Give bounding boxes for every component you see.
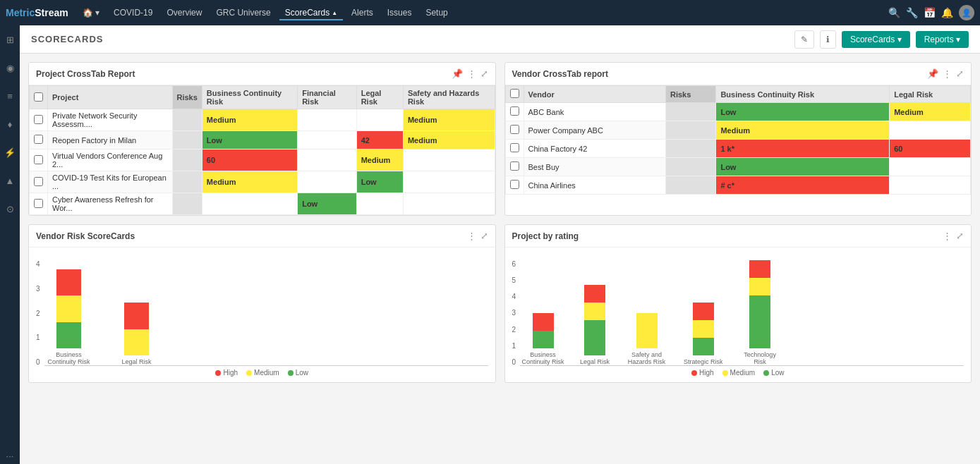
vendor-name: Best Buy: [524, 158, 665, 176]
bar-segment-pr: [693, 303, 714, 320]
bar-segment-pr: [749, 260, 770, 278]
project-crosstab-card: Project CrossTab Report 📌 ⋮ ⤢ Project: [28, 62, 496, 216]
bar-group-pr: Legal Risk: [580, 285, 610, 365]
sidebar: ⊞ ◉ ≡ ♦ ⚡ ▲ ⊙ ···: [0, 25, 20, 464]
legend-medium-dot: [246, 370, 252, 376]
bar-segment-pr: [584, 285, 605, 303]
bar-stack-pr: [749, 260, 770, 348]
nav-scorecards[interactable]: ScoreCards ▲: [279, 5, 343, 20]
fr-cell: Low: [298, 193, 357, 215]
bar-segment-pr: [693, 338, 714, 355]
pin-icon-v[interactable]: 📌: [927, 68, 938, 79]
vendor-crosstab-card: Vendor CrossTab report 📌 ⋮ ⤢ Vendor: [504, 62, 972, 216]
vcol-lr: Legal Risk: [890, 86, 971, 103]
sidebar-icon-7[interactable]: ⊙: [1, 200, 18, 217]
bar-stack-pr: [533, 313, 554, 348]
search-icon[interactable]: 🔍: [888, 7, 900, 18]
scorecards-button[interactable]: ScoreCards ▾: [842, 31, 910, 48]
vendor-name: China Airlines: [524, 176, 665, 195]
nav-grc[interactable]: GRC Universe: [210, 5, 276, 20]
bar-label: Legal Risk: [122, 358, 152, 365]
settings-icon[interactable]: 🔧: [906, 7, 918, 18]
fr-cell: [298, 131, 357, 149]
vendor-crosstab-title: Vendor CrossTab report: [512, 69, 928, 79]
expand-icon[interactable]: ⤢: [480, 68, 488, 79]
notifications-icon[interactable]: 🔔: [941, 7, 953, 18]
nav-overview[interactable]: Overview: [161, 5, 207, 20]
sidebar-icon-4[interactable]: ♦: [1, 116, 18, 133]
nav-issues[interactable]: Issues: [382, 5, 418, 20]
calendar-icon[interactable]: 📅: [924, 7, 936, 18]
bcr-cell: Medium: [202, 109, 297, 131]
bar-segment: [124, 303, 149, 329]
sidebar-icon-5[interactable]: ⚡: [1, 144, 18, 161]
risks-bar: [172, 109, 202, 131]
vendor-risk-header: Vendor Risk ScoreCards ⋮ ⤢: [29, 225, 495, 248]
legend-high-pr: High: [691, 369, 714, 377]
bcr-cell: Low: [202, 131, 297, 149]
row-check: [30, 131, 48, 149]
more-icon-pr[interactable]: ⋮: [943, 231, 952, 241]
lr-cell-v: [890, 158, 971, 176]
info-button[interactable]: ℹ: [820, 30, 836, 49]
main-content: SCORECARDS ✎ ℹ ScoreCards ▾ Reports ▾ Pr…: [20, 25, 980, 464]
bar-label-pr: Safety and Hazards Risk: [624, 351, 670, 365]
expand-icon-pr[interactable]: ⤢: [956, 231, 964, 241]
expand-icon-v[interactable]: ⤢: [956, 68, 964, 79]
col-project: Project: [48, 86, 173, 109]
expand-icon-vr[interactable]: ⤢: [480, 231, 488, 241]
nav-covid[interactable]: COVID-19: [108, 5, 158, 20]
chart-legend-pr: High Medium Low: [512, 366, 964, 379]
bar-group: Legal Risk: [122, 303, 152, 365]
brand[interactable]: MetricStream: [6, 7, 68, 18]
row-check-v: [505, 121, 524, 140]
project-name: Virtual Vendors Conference Aug 2...: [48, 149, 173, 171]
user-avatar[interactable]: 👤: [959, 5, 974, 20]
legend-medium-pr-dot: [722, 370, 728, 376]
col-shr: Safety and Hazards Risk: [403, 86, 495, 109]
vcol-check: [505, 86, 524, 103]
table-row: Best BuyLow: [505, 158, 971, 176]
table-row: ABC BankLowMedium: [505, 103, 971, 121]
shr-cell: [403, 149, 495, 171]
bar-segment: [124, 329, 149, 356]
y-axis-pr: 6 5 4 3 2 1 0: [512, 260, 516, 366]
more-icon[interactable]: ⋮: [467, 68, 476, 79]
chart-legend-vr: High Medium Low: [36, 366, 488, 379]
project-name: Private Network Security Assessm....: [48, 109, 173, 131]
reports-button[interactable]: Reports ▾: [916, 31, 969, 48]
bcr-cell: 60: [202, 149, 297, 171]
edit-button[interactable]: ✎: [794, 30, 814, 49]
bar-segment: [56, 322, 81, 349]
row-check: [30, 171, 48, 193]
sidebar-icon-1[interactable]: ⊞: [1, 31, 18, 48]
content-grid: Project CrossTab Report 📌 ⋮ ⤢ Project: [20, 54, 980, 391]
bcr-cell: [202, 193, 297, 215]
sidebar-more[interactable]: ···: [1, 447, 18, 464]
bar-group-pr: Technology Risk: [737, 260, 783, 365]
project-name: COVID-19 Test Kits for European ...: [48, 171, 173, 193]
nav-setup[interactable]: Setup: [420, 5, 453, 20]
project-crosstab-header: Project CrossTab Report 📌 ⋮ ⤢: [29, 63, 495, 85]
vendor-select-all[interactable]: [510, 89, 519, 98]
lr-cell-v: [890, 176, 971, 195]
row-check-v: [505, 103, 524, 121]
nav-home[interactable]: 🏠 ▾: [77, 5, 105, 20]
more-icon-vr[interactable]: ⋮: [467, 231, 476, 241]
project-table-wrapper: Project Risks Business Continuity Risk F…: [29, 85, 495, 215]
layout: ⊞ ◉ ≡ ♦ ⚡ ▲ ⊙ ··· SCORECARDS ✎ ℹ ScoreCa…: [0, 25, 980, 464]
bar-group-pr: Safety and Hazards Risk: [624, 313, 670, 365]
select-all-checkbox[interactable]: [34, 92, 43, 102]
pin-icon[interactable]: 📌: [452, 68, 463, 79]
sidebar-icon-6[interactable]: ▲: [1, 172, 18, 189]
more-icon-v[interactable]: ⋮: [943, 68, 952, 79]
bar-segment-pr: [584, 303, 605, 320]
sidebar-icon-2[interactable]: ◉: [1, 59, 18, 76]
bar-label-pr: Legal Risk: [580, 358, 610, 365]
nav-alerts[interactable]: Alerts: [346, 5, 379, 20]
vendor-risk-scorecards-card: Vendor Risk ScoreCards ⋮ ⤢ 4 3 2 1: [28, 224, 496, 383]
row-check-v: [505, 176, 524, 195]
risks-bar: [172, 131, 202, 149]
sidebar-icon-3[interactable]: ≡: [1, 87, 18, 104]
project-name: Reopen Factory in Milan: [48, 131, 173, 149]
